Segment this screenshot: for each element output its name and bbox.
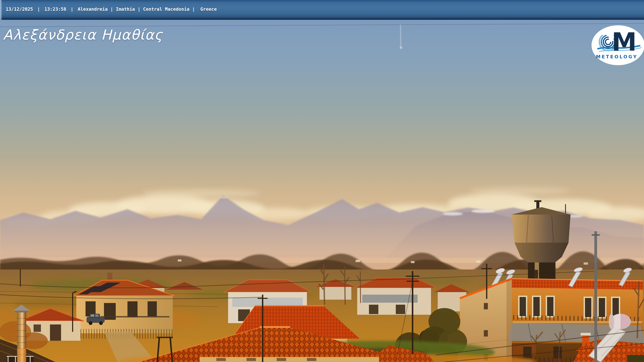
header-separator: | (38, 6, 40, 12)
webcam-title: Αλεξάνδρεια Ημαθίας (3, 27, 163, 43)
warm-vignette (0, 263, 644, 362)
logo-monogram: M (612, 27, 636, 56)
logo-caption: METEOLOGY (596, 54, 638, 59)
meteology-logo: M METEOLOGY (591, 25, 644, 65)
header-separator: | (70, 6, 73, 12)
header-time: 13:23:58 (44, 6, 66, 12)
meteology-logo-graphic: M METEOLOGY (591, 25, 644, 65)
header-location: Alexandreia | Imathia | Central Macedoni… (78, 6, 217, 12)
header-date: 13/12/2025 (6, 6, 33, 12)
webcam-header-bar: 13/12/2025 | 13:23:58 | Alexandreia | Im… (0, 0, 644, 20)
webcam-photo (0, 20, 644, 362)
